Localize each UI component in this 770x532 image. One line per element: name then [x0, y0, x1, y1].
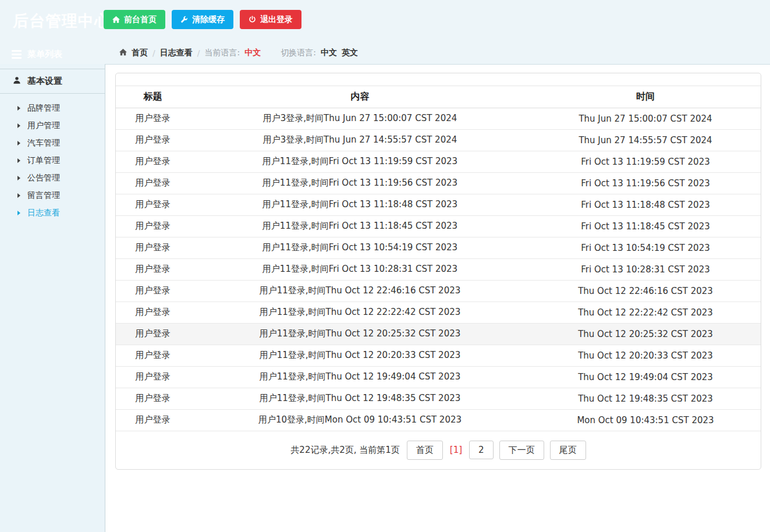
log-title-cell: 用户登录: [116, 108, 190, 129]
menu-list-header[interactable]: 菜单列表: [12, 49, 62, 60]
log-panel: 标题 内容 时间 用户登录用户3登录,时间Thu Jun 27 15:00:07…: [115, 73, 761, 470]
log-time-cell: Mon Oct 09 10:43:51 CST 2023: [530, 409, 761, 431]
sidebar-item-log-view[interactable]: 日志查看: [0, 204, 105, 222]
table-header-row: 标题 内容 时间: [116, 86, 761, 108]
table-row: 用户登录用户11登录,时间Fri Oct 13 10:54:19 CST 202…: [116, 237, 761, 258]
log-content-cell: 用户11登录,时间Thu Oct 12 19:49:04 CST 2023: [190, 366, 530, 388]
log-title-cell: 用户登录: [116, 388, 190, 409]
front-home-button[interactable]: 前台首页: [104, 10, 165, 29]
log-content-cell: 用户3登录,时间Thu Jun 27 14:55:57 CST 2024: [190, 129, 530, 151]
top-bar: 后台管理中心 前台首页清除缓存退出登录 菜单列表 首页 / 日志查看 / 当前语…: [0, 0, 770, 64]
log-time-cell: Fri Oct 13 11:18:48 CST 2023: [530, 194, 761, 215]
caret-right-icon: [17, 123, 20, 128]
next-page-button[interactable]: 下一页: [499, 441, 544, 460]
log-title-cell: 用户登录: [116, 323, 190, 345]
current-page: [1]: [449, 445, 463, 455]
first-page-button[interactable]: 首页: [407, 441, 443, 460]
column-header-content: 内容: [190, 86, 530, 108]
log-content-cell: 用户11登录,时间Fri Oct 13 11:18:48 CST 2023: [190, 194, 530, 215]
log-title-cell: 用户登录: [116, 345, 190, 366]
sidebar-item-label: 订单管理: [27, 155, 60, 166]
wrench-icon: [180, 16, 188, 23]
sidebar-item-order-management[interactable]: 订单管理: [0, 152, 105, 169]
current-language-value: 中文: [244, 48, 261, 58]
sidebar-item-notice-management[interactable]: 公告管理: [0, 169, 105, 187]
log-time-cell: Thu Oct 12 22:46:16 CST 2023: [530, 280, 761, 302]
sidebar-item-label: 公告管理: [27, 173, 60, 183]
table-row: 用户登录用户3登录,时间Thu Jun 27 14:55:57 CST 2024…: [116, 129, 761, 151]
log-title-cell: 用户登录: [116, 280, 190, 302]
log-title-cell: 用户登录: [116, 237, 190, 258]
table-row: 用户登录用户11登录,时间Thu Oct 12 22:22:42 CST 202…: [116, 302, 761, 323]
log-content-cell: 用户11登录,时间Thu Oct 12 22:22:42 CST 2023: [190, 302, 530, 323]
log-title-cell: 用户登录: [116, 151, 190, 172]
header-actions: 前台首页清除缓存退出登录: [104, 10, 301, 29]
sidebar-item-user-management[interactable]: 用户管理: [0, 117, 105, 134]
log-content-cell: 用户11登录,时间Fri Oct 13 11:19:56 CST 2023: [190, 172, 530, 194]
log-time-cell: Thu Oct 12 19:48:35 CST 2023: [530, 388, 761, 409]
log-content-cell: 用户11登录,时间Thu Oct 12 19:48:35 CST 2023: [190, 388, 530, 409]
caret-right-icon: [17, 211, 20, 215]
sidebar-section-basic-settings[interactable]: 基本设置: [0, 69, 105, 94]
breadcrumb-home-link[interactable]: 首页: [132, 48, 148, 58]
button-label: 前台首页: [124, 15, 157, 25]
log-title-cell: 用户登录: [116, 409, 190, 431]
table-row: 用户登录用户11登录,时间Thu Oct 12 22:46:16 CST 202…: [116, 280, 761, 302]
log-title-cell: 用户登录: [116, 129, 190, 151]
sidebar-item-message-management[interactable]: 留言管理: [0, 187, 105, 204]
power-icon: [249, 16, 256, 23]
log-content-cell: 用户3登录,时间Thu Jun 27 15:00:07 CST 2024: [190, 108, 530, 129]
current-language-label: 当前语言:: [204, 48, 240, 58]
log-content-cell: 用户11登录,时间Fri Oct 13 10:28:31 CST 2023: [190, 258, 530, 280]
main-content: 标题 内容 时间 用户登录用户3登录,时间Thu Jun 27 15:00:07…: [105, 65, 770, 532]
log-content-cell: 用户10登录,时间Mon Oct 09 10:43:51 CST 2023: [190, 409, 530, 431]
breadcrumb-current: 日志查看: [160, 48, 193, 58]
sidebar: 基本设置 品牌管理用户管理汽车管理订单管理公告管理留言管理日志查看: [0, 64, 105, 532]
button-label: 清除缓存: [192, 15, 225, 25]
sidebar-item-label: 汽车管理: [27, 138, 60, 148]
sidebar-item-label: 留言管理: [27, 190, 60, 201]
log-time-cell: Fri Oct 13 11:19:56 CST 2023: [530, 172, 761, 194]
last-page-button[interactable]: 尾页: [550, 441, 586, 460]
table-row: 用户登录用户3登录,时间Thu Jun 27 15:00:07 CST 2024…: [116, 108, 761, 129]
log-content-cell: 用户11登录,时间Fri Oct 13 11:18:45 CST 2023: [190, 215, 530, 237]
caret-right-icon: [17, 193, 20, 198]
log-title-cell: 用户登录: [116, 366, 190, 388]
log-time-cell: Thu Jun 27 15:00:07 CST 2024: [530, 108, 761, 129]
caret-right-icon: [17, 176, 20, 180]
log-time-cell: Thu Jun 27 14:55:57 CST 2024: [530, 129, 761, 151]
log-time-cell: Thu Oct 12 22:22:42 CST 2023: [530, 302, 761, 323]
log-time-cell: Fri Oct 13 10:54:19 CST 2023: [530, 237, 761, 258]
log-content-cell: 用户11登录,时间Thu Oct 12 20:20:33 CST 2023: [190, 345, 530, 366]
sidebar-item-brand-management[interactable]: 品牌管理: [0, 100, 105, 117]
table-row: 用户登录用户10登录,时间Mon Oct 09 10:43:51 CST 202…: [116, 409, 761, 431]
log-title-cell: 用户登录: [116, 215, 190, 237]
table-row: 用户登录用户11登录,时间Fri Oct 13 11:19:56 CST 202…: [116, 172, 761, 194]
clear-cache-button[interactable]: 清除缓存: [172, 10, 233, 29]
page-2-button[interactable]: 2: [469, 441, 494, 459]
log-content-cell: 用户11登录,时间Fri Oct 13 10:54:19 CST 2023: [190, 237, 530, 258]
sidebar-item-label: 品牌管理: [27, 103, 60, 114]
home-icon: [112, 16, 120, 23]
switch-language-label: 切换语言:: [281, 48, 316, 58]
column-header-title: 标题: [116, 86, 190, 108]
switch-language-en-link[interactable]: 英文: [342, 48, 358, 58]
log-content-cell: 用户11登录,时间Thu Oct 12 20:25:32 CST 2023: [190, 323, 530, 345]
panel-top-strip: [116, 73, 761, 86]
logout-button[interactable]: 退出登录: [240, 10, 301, 29]
log-time-cell: Thu Oct 12 19:49:04 CST 2023: [530, 366, 761, 388]
log-table-body: 用户登录用户3登录,时间Thu Jun 27 15:00:07 CST 2024…: [116, 108, 761, 431]
sidebar-item-car-management[interactable]: 汽车管理: [0, 134, 105, 152]
home-icon: [119, 48, 127, 58]
table-row: 用户登录用户11登录,时间Thu Oct 12 20:20:33 CST 202…: [116, 345, 761, 366]
table-row: 用户登录用户11登录,时间Fri Oct 13 11:18:45 CST 202…: [116, 215, 761, 237]
caret-right-icon: [17, 158, 20, 163]
table-row: 用户登录用户11登录,时间Fri Oct 13 11:19:59 CST 202…: [116, 151, 761, 172]
switch-language-zh-link[interactable]: 中文: [321, 48, 337, 58]
log-time-cell: Thu Oct 12 20:25:32 CST 2023: [530, 323, 761, 345]
log-content-cell: 用户11登录,时间Thu Oct 12 22:46:16 CST 2023: [190, 280, 530, 302]
column-header-time: 时间: [530, 86, 761, 108]
log-title-cell: 用户登录: [116, 302, 190, 323]
pagination-bar: 共22记录,共2页, 当前第1页 首页[1]2下一页尾页: [116, 431, 761, 469]
table-row: 用户登录用户11登录,时间Thu Oct 12 19:48:35 CST 202…: [116, 388, 761, 409]
